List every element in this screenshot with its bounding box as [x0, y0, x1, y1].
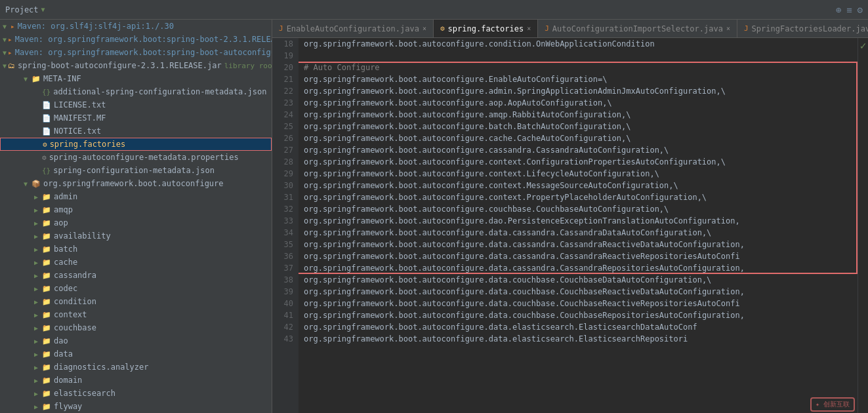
tab-close-1[interactable]: ×: [527, 25, 531, 32]
tree-arrow: ▼: [3, 62, 7, 69]
tab-tab-factories[interactable]: ⚙ spring.factories ×: [434, 20, 538, 38]
tree-item-icon-29: 📁: [42, 403, 51, 411]
tree-item-icon-1: ▸: [8, 35, 12, 44]
sidebar-item-16[interactable]: ▶📁availability: [0, 229, 272, 243]
tab-icon-2: J: [545, 24, 549, 33]
sidebar-item-3[interactable]: ▼🗂spring-boot-autoconfigure-2.3.1.RELEAS…: [0, 59, 272, 72]
tree-arrow: ▶: [34, 246, 41, 253]
line-number-41: 41: [275, 309, 293, 321]
tree-arrow: ▶: [34, 233, 41, 240]
green-check-icon: ✓: [860, 39, 867, 52]
tree-arrow: ▼: [24, 180, 30, 187]
tab-tab-loader[interactable]: J SpringFactoriesLoader.java ×: [737, 20, 868, 38]
sidebar-item-19[interactable]: ▶📁cassandra: [0, 269, 272, 282]
sidebar-item-20[interactable]: ▶📁codec: [0, 282, 272, 295]
sidebar-item-10[interactable]: ⚙spring-autoconfigure-metadata.propertie…: [0, 151, 272, 164]
sidebar-item-25[interactable]: ▶📁data: [0, 347, 272, 361]
tab-icon-0: J: [279, 24, 283, 33]
tree-item-label-26: diagnostics.analyzer: [54, 363, 149, 372]
sidebar-item-28[interactable]: ▶📁elasticsearch: [0, 387, 272, 400]
code-line-40: org.springframework.boot.autoconfigure.d…: [304, 298, 858, 309]
line-number-32: 32: [275, 203, 293, 215]
sidebar-item-27[interactable]: ▶📁domain: [0, 374, 272, 387]
sidebar-item-22[interactable]: ▶📁context: [0, 308, 272, 321]
gear-icon[interactable]: ⚙: [858, 5, 863, 15]
tree-item-icon-17: 📁: [42, 245, 51, 254]
sidebar-item-0[interactable]: ▼▸Maven: org.slf4j:slf4j-api:1./.30: [0, 20, 272, 33]
watermark: ✦ 创新互联: [810, 397, 855, 412]
tree-item-label-24: dao: [54, 336, 68, 345]
tree-item-label-18: cache: [54, 258, 77, 267]
tree-item-icon-6: 📄: [42, 101, 51, 109]
sidebar-item-24[interactable]: ▶📁dao: [0, 334, 272, 347]
line-number-19: 19: [275, 50, 293, 62]
tree-item-label-22: context: [54, 310, 87, 319]
tree-item-label-20: codec: [54, 284, 77, 293]
sidebar-item-17[interactable]: ▶📁batch: [0, 243, 272, 256]
top-bar: Project ▼ ⊕ ≡ ⚙: [0, 0, 868, 20]
tab-tab-selector[interactable]: J AutoConfigurationImportSelector.java ×: [538, 20, 737, 38]
sidebar-item-8[interactable]: 📄NOTICE.txt: [0, 125, 272, 138]
sidebar-item-2[interactable]: ▼▸Maven: org.springframework.boot:spring…: [0, 46, 272, 59]
tree-item-label-27: domain: [54, 376, 82, 385]
sidebar-item-5[interactable]: {}additional-spring-configuration-metada…: [0, 85, 272, 98]
sidebar-item-4[interactable]: ▼📁META-INF: [0, 72, 272, 85]
tree-item-label-2: Maven: org.springframework.boot:spring-b…: [15, 48, 272, 57]
sidebar-item-18[interactable]: ▶📁cache: [0, 256, 272, 269]
tab-close-0[interactable]: ×: [423, 25, 426, 32]
sidebar-item-6[interactable]: 📄LICENSE.txt: [0, 98, 272, 111]
tree-item-label-23: couchbase: [54, 323, 96, 332]
code-lines[interactable]: org.springframework.boot.autoconfigure.c…: [299, 38, 858, 413]
top-bar-icons: ⊕ ≡ ⚙: [836, 5, 863, 15]
sidebar-item-29[interactable]: ▶📁flyway: [0, 400, 272, 413]
list-icon[interactable]: ≡: [846, 5, 852, 15]
line-number-28: 28: [275, 156, 293, 168]
line-number-29: 29: [275, 168, 293, 180]
tree-item-label-16: availability: [54, 231, 111, 241]
project-dropdown-arrow[interactable]: ▼: [41, 6, 45, 13]
tree-item-icon-26: 📁: [42, 363, 51, 372]
tree-item-icon-10: ⚙: [42, 153, 47, 162]
sidebar-item-14[interactable]: ▶📁amqp: [0, 203, 272, 216]
tree-arrow: ▼: [3, 36, 7, 43]
project-label[interactable]: Project ▼: [5, 5, 45, 14]
tree-item-icon-0: ▸: [10, 22, 15, 31]
add-icon[interactable]: ⊕: [836, 5, 841, 15]
tree-item-icon-5: {}: [42, 88, 51, 96]
tree-item-icon-4: 📁: [31, 75, 41, 83]
code-line-30: org.springframework.boot.autoconfigure.c…: [304, 180, 858, 191]
sidebar-item-21[interactable]: ▶📁condition: [0, 295, 272, 308]
sidebar-item-12[interactable]: ▼📦org.springframework.boot.autoconfigure: [0, 177, 272, 190]
tabs-bar: J EnableAutoConfiguration.java × ⚙ sprin…: [272, 20, 868, 38]
tab-icon-3: J: [744, 24, 749, 33]
sidebar-item-9[interactable]: ⚙spring.factories: [0, 138, 272, 151]
sidebar-item-11[interactable]: {}spring-configuration-metadata.json: [0, 164, 272, 177]
tree-item-label-12: org.springframework.boot.autoconfigure: [43, 179, 224, 188]
sidebar-item-15[interactable]: ▶📁aop: [0, 216, 272, 229]
tree-item-icon-13: 📁: [42, 193, 51, 201]
sidebar-item-13[interactable]: ▶📁admin: [0, 190, 272, 203]
tree-item-icon-27: 📁: [42, 376, 51, 385]
line-number-36: 36: [275, 250, 293, 262]
line-number-18: 18: [275, 38, 293, 50]
sidebar-item-23[interactable]: ▶📁couchbase: [0, 321, 272, 334]
sidebar-item-26[interactable]: ▶📁diagnostics.analyzer: [0, 361, 272, 374]
tree-item-label-13: admin: [54, 192, 77, 201]
project-text: Project: [5, 5, 39, 14]
sidebar-item-7[interactable]: 📄MANIFEST.MF: [0, 111, 272, 125]
tree-item-label-8: NOTICE.txt: [54, 127, 101, 136]
tree-arrow: ▶: [34, 364, 41, 371]
code-line-38: org.springframework.boot.autoconfigure.d…: [304, 274, 858, 286]
code-line-27: org.springframework.boot.autoconfigure.c…: [304, 144, 858, 156]
code-line-41: org.springframework.boot.autoconfigure.d…: [304, 309, 858, 321]
code-line-20: # Auto Configure: [304, 62, 858, 73]
sidebar-item-1[interactable]: ▼▸Maven: org.springframework.boot:spring…: [0, 33, 272, 46]
tree-item-label-14: amqp: [54, 205, 73, 214]
tab-label-0: EnableAutoConfiguration.java: [287, 24, 419, 33]
tab-close-2[interactable]: ×: [726, 25, 730, 32]
tab-tab-enable[interactable]: J EnableAutoConfiguration.java ×: [272, 20, 434, 38]
tree-arrow: ▼: [3, 49, 7, 56]
watermark-text: ✦ 创新互联: [816, 400, 850, 409]
editor-area: J EnableAutoConfiguration.java × ⚙ sprin…: [272, 20, 868, 413]
tree-item-label-21: condition: [54, 297, 96, 306]
